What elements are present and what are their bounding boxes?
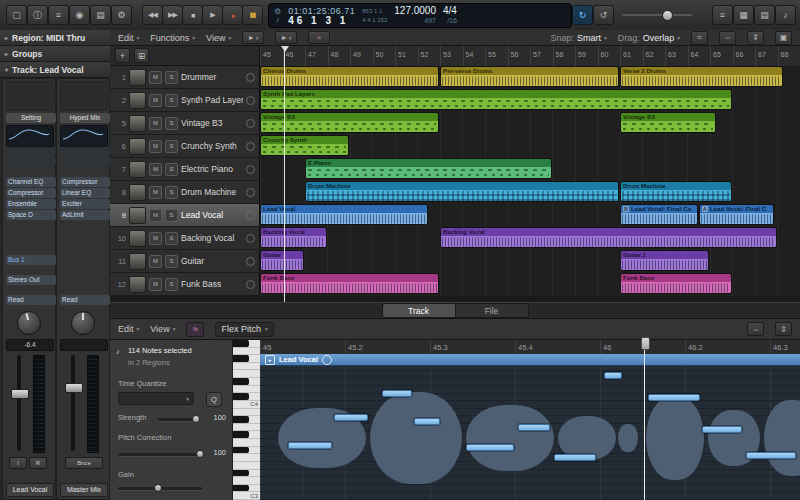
lcd-position-block[interactable]: 01:01:25:06.71 46 1 3 1 — [288, 6, 355, 26]
track-header-drum-machine[interactable]: 8MSDrum Machine — [110, 181, 260, 204]
bar-position-display[interactable]: 46 1 3 1 — [288, 16, 355, 26]
ruler-bar-61[interactable]: 61 — [620, 46, 644, 66]
autopunch-icon[interactable]: ↺ — [593, 5, 614, 25]
flex-pitch-note[interactable] — [382, 390, 412, 397]
library-icon[interactable]: ▤ — [754, 5, 775, 25]
ruler-bar-48[interactable]: 48 — [328, 46, 352, 66]
track-onoff-button[interactable] — [246, 211, 255, 220]
track-onoff-button[interactable] — [246, 96, 255, 105]
send-slot[interactable]: Bus 1 — [6, 255, 56, 265]
strip-button-r[interactable]: R — [29, 457, 47, 469]
empty-plugin-slot[interactable] — [6, 157, 56, 165]
zoom-vertical-icon[interactable]: ⇕ — [747, 31, 764, 45]
channel-name[interactable]: Master Mix — [60, 483, 108, 497]
ruler-bar-54[interactable]: 54 — [463, 46, 487, 66]
ruler-bar-58[interactable]: 58 — [553, 46, 577, 66]
piano-key-cs3[interactable] — [233, 485, 260, 493]
zoom-horizontal-icon[interactable]: ⇔ — [747, 322, 764, 336]
track-onoff-button[interactable] — [246, 165, 255, 174]
track-name[interactable]: Lead Vocal — [181, 210, 243, 220]
mixer-icon[interactable]: ≡ — [48, 5, 69, 25]
editor-playhead[interactable] — [644, 340, 645, 500]
track-onoff-button[interactable] — [246, 73, 255, 82]
region-loop-icon[interactable] — [322, 355, 332, 365]
region[interactable]: Guitar — [260, 250, 304, 271]
piano-key-e4[interactable] — [233, 370, 260, 378]
volume-value[interactable] — [60, 339, 108, 351]
pitch-correction-slider-thumb[interactable] — [196, 450, 204, 458]
plugin-slot[interactable]: Linear EQ — [60, 188, 110, 198]
region[interactable]: Drum Machine — [620, 181, 732, 202]
flex-pitch-note[interactable] — [648, 394, 700, 401]
flex-pitch-note[interactable] — [746, 452, 796, 459]
timecode-display[interactable]: 01:01:25:06.71 — [288, 6, 355, 16]
region[interactable]: Backing Vocal — [440, 227, 777, 248]
auto-zoom-icon[interactable]: ▣ — [775, 31, 792, 45]
output-slot[interactable]: Stereo Out — [6, 275, 56, 285]
master-volume-slider[interactable] — [622, 8, 700, 22]
waveform-zoom-icon[interactable]: ≈ — [691, 31, 708, 45]
ruler-bar-67[interactable]: 67 — [755, 46, 779, 66]
eq-thumbnail[interactable] — [60, 125, 108, 147]
volume-fader[interactable] — [65, 383, 83, 393]
mute-button[interactable]: M — [149, 278, 162, 291]
piano-key-g4[interactable] — [233, 348, 260, 356]
track-header-electric-piano[interactable]: 7MSElectric Piano — [110, 158, 260, 181]
ruler-bar-50[interactable]: 50 — [373, 46, 397, 66]
mute-button[interactable]: M — [149, 255, 162, 268]
editor-menu-view[interactable]: View▾ — [150, 324, 175, 334]
piano-key-b3[interactable] — [233, 409, 260, 417]
rewind-button[interactable]: ◀◀ — [142, 5, 163, 25]
eq-thumbnail[interactable] — [6, 125, 54, 147]
solo-button[interactable]: S — [165, 140, 178, 153]
channel-setting-button[interactable]: Hyped Mix — [60, 113, 110, 123]
editor-region-header[interactable]: ▸ Lead Vocal — [260, 354, 800, 366]
empty-plugin-slot[interactable] — [60, 147, 110, 155]
region[interactable]: Backing Vocal — [260, 227, 327, 248]
mute-button[interactable]: M — [149, 71, 162, 84]
snap-menu[interactable]: Snap:Smart▾ — [550, 33, 606, 43]
flex-pitch-note[interactable] — [702, 426, 742, 433]
mute-button[interactable]: M — [149, 94, 162, 107]
automation-slot[interactable]: Read — [6, 295, 56, 305]
solo-button[interactable]: S — [165, 232, 178, 245]
region[interactable]: BLead Vocal: Final Co — [620, 204, 698, 225]
ruler-bar-64[interactable]: 64 — [688, 46, 712, 66]
ruler-bar-52[interactable]: 52 — [418, 46, 442, 66]
solo-button[interactable]: S — [165, 255, 178, 268]
flex-pitch-note[interactable] — [288, 442, 332, 449]
piano-key-c4[interactable]: C4 — [233, 401, 260, 409]
plugin-slot[interactable]: AdLimit — [60, 210, 110, 220]
solo-button[interactable]: S — [165, 94, 178, 107]
flex-pitch-note[interactable] — [414, 418, 440, 425]
lcd-display[interactable]: ⚙♪ 01:01:25:06.71 46 1 3 1 863 1 1 4 4 1… — [268, 3, 572, 28]
strength-slider-thumb[interactable] — [192, 415, 200, 423]
disclosure-triangle-icon[interactable]: ▸ — [5, 34, 8, 41]
bar-ruler[interactable]: 4546474849505152535455565758596061626364… — [260, 46, 800, 67]
mute-button[interactable]: M — [149, 186, 162, 199]
flex-pitch-note[interactable] — [554, 454, 596, 461]
piano-key-d3[interactable] — [233, 477, 260, 485]
solo-button[interactable]: S — [165, 209, 178, 222]
menu-functions[interactable]: Functions▾ — [150, 33, 195, 43]
track-onoff-button[interactable] — [246, 280, 255, 289]
channel-setting-button[interactable]: Setting — [6, 113, 56, 123]
inspector-header-0[interactable]: ▸Region: MIDI Thru — [0, 30, 120, 46]
pause-button[interactable]: ▮▮ — [242, 5, 263, 25]
smart-controls-icon[interactable]: ◉ — [69, 5, 90, 25]
list-editors-icon[interactable]: ≡ — [712, 5, 733, 25]
region[interactable]: Drum Machine — [305, 181, 619, 202]
editors-icon[interactable]: ▤ — [90, 5, 111, 25]
track-onoff-button[interactable] — [246, 142, 255, 151]
empty-plugin-slot[interactable] — [60, 157, 110, 165]
command-click-tool-icon[interactable]: ►▾ — [275, 31, 297, 44]
flex-pitch-note[interactable] — [518, 424, 550, 431]
record-button[interactable]: ● — [222, 5, 243, 25]
mute-button[interactable]: M — [149, 163, 162, 176]
solo-button[interactable]: S — [165, 71, 178, 84]
strip-button-i[interactable]: I — [9, 457, 27, 469]
track-header-vintage-b3[interactable]: 5MSVintage B3 — [110, 112, 260, 135]
editor-beat-ruler[interactable]: 4545.245.345.44646.246.3 — [260, 340, 800, 355]
region[interactable]: Pre-verse Drums — [440, 66, 619, 87]
pan-knob[interactable] — [71, 311, 95, 335]
